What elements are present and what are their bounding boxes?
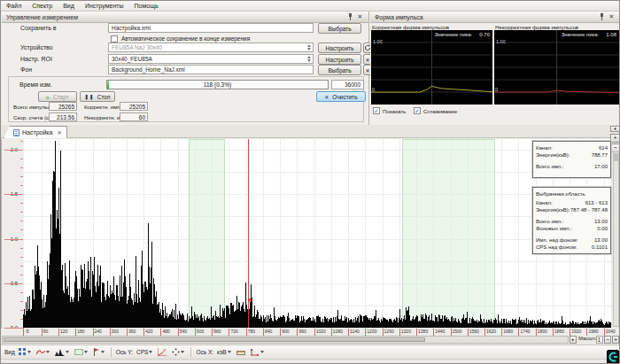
x-units-value: кэВ bbox=[217, 349, 227, 355]
x-calibration-button[interactable] bbox=[235, 347, 247, 358]
menu-item-tools[interactable]: Инструменты bbox=[80, 3, 129, 9]
x-tick-label: 180 bbox=[75, 329, 84, 336]
background-label: Фон bbox=[20, 66, 32, 73]
grid-icon bbox=[19, 348, 27, 356]
x-tick-label: -5 bbox=[23, 329, 28, 336]
incorrect-pulses-value: 60 bbox=[120, 112, 148, 121]
zoom-in-button[interactable]: + bbox=[610, 134, 620, 143]
peak-label: Значение пика: bbox=[562, 32, 600, 37]
menu-item-spectrum[interactable]: Спектр bbox=[27, 3, 58, 9]
y-units-value: CPS bbox=[136, 349, 148, 355]
peak-value: 1.08 bbox=[606, 32, 616, 37]
x-axis: -560120180240300360420480540600660720780… bbox=[1, 329, 620, 336]
progress-text: 118 (0.3%) bbox=[107, 81, 328, 89]
horizontal-scroll-thumb[interactable] bbox=[4, 337, 425, 342]
play-icon: ▶ bbox=[46, 94, 50, 100]
x-tick-label: 600 bbox=[195, 329, 204, 336]
axis-x-label: Ось X: bbox=[196, 349, 213, 355]
energy-axis-icon bbox=[251, 348, 260, 356]
chevron-down-icon bbox=[46, 351, 50, 353]
x-tick-label: 1440 bbox=[433, 329, 445, 336]
lin-scale-icon bbox=[158, 348, 167, 356]
cursor-info-box: Канал:614 Энергия(кэВ):788.77 Всего имп.… bbox=[532, 141, 611, 178]
scale-minus-button[interactable]: − bbox=[604, 336, 611, 344]
menu-item-help[interactable]: Помощь bbox=[129, 3, 164, 9]
autosave-label: Автоматическое сохранение в конце измере… bbox=[121, 35, 250, 42]
roi-combo[interactable]: 30x40_FEU85A bbox=[108, 54, 314, 64]
time-progress-bar: 118 (0.3%) bbox=[106, 80, 329, 89]
x-tick-label: 540 bbox=[178, 329, 187, 336]
x-tick-label: 480 bbox=[160, 329, 169, 336]
view-peaks-button[interactable] bbox=[53, 347, 71, 358]
fit-arrows-icon bbox=[172, 348, 180, 356]
clear-button[interactable]: ✕Очистить bbox=[316, 91, 366, 102]
menu-bar: Файл Спектр Вид Инструменты Помощь bbox=[1, 1, 619, 12]
horizontal-scrollbar[interactable] bbox=[2, 336, 569, 344]
background-choose-button[interactable]: Выбрать bbox=[318, 65, 361, 75]
tray-keyboard-icon[interactable] bbox=[607, 350, 619, 364]
pin-icon[interactable] bbox=[598, 13, 606, 21]
y-scale-lin-button[interactable] bbox=[156, 347, 168, 358]
background-input[interactable]: Background_Home_NaJ.xml bbox=[108, 65, 314, 74]
scale-plus-button[interactable]: + bbox=[612, 336, 619, 344]
x-tick-label: 840 bbox=[263, 329, 272, 336]
peak-label: Значение пика: bbox=[435, 32, 473, 37]
device-configure-button[interactable]: Настроить bbox=[318, 43, 361, 53]
roi-icon bbox=[74, 348, 83, 356]
x-tick-label: 720 bbox=[229, 329, 237, 336]
vertical-scrollbar[interactable] bbox=[613, 151, 619, 327]
smoothing-checkbox[interactable]: ✓ bbox=[414, 107, 421, 114]
tab-label: Настройка bbox=[22, 129, 52, 136]
x-tick-label: 60 bbox=[42, 329, 49, 336]
chevron-down-icon bbox=[181, 351, 184, 353]
time-label: Время изм. bbox=[19, 81, 52, 88]
x-tick-label: 120 bbox=[58, 329, 67, 336]
roi-configure-button[interactable]: Настроить bbox=[318, 54, 361, 65]
x-tick-label: 780 bbox=[246, 329, 255, 336]
y-units-button[interactable]: CPS bbox=[135, 347, 154, 358]
tab-settings[interactable]: Настройка ✕ bbox=[4, 126, 67, 138]
x-tick-label: 1980 bbox=[586, 329, 598, 336]
save-to-choose-button[interactable]: Выбрать bbox=[318, 23, 361, 34]
x-energy-button[interactable] bbox=[249, 347, 266, 358]
autosave-checkbox[interactable] bbox=[111, 35, 118, 43]
menu-item-view[interactable]: Вид bbox=[58, 3, 80, 9]
x-units-button[interactable]: кэВ bbox=[215, 347, 233, 358]
view-roi-button[interactable] bbox=[73, 347, 89, 358]
spectrum-plot[interactable] bbox=[23, 139, 611, 328]
x-tick-label: 1140 bbox=[348, 329, 360, 336]
save-to-input[interactable]: Настройка.xml bbox=[108, 23, 314, 33]
total-pulses-value: 25265 bbox=[49, 102, 77, 111]
x-tick-label: 300 bbox=[110, 329, 119, 336]
x-tick-label: 1920 bbox=[570, 329, 581, 336]
axis-y-label: Ось Y: bbox=[116, 349, 133, 355]
view-histogram-button[interactable] bbox=[17, 347, 33, 358]
close-icon[interactable]: ✕ bbox=[608, 13, 616, 21]
x-tick-label: 1200 bbox=[365, 329, 376, 336]
spinner-icon[interactable] bbox=[306, 44, 312, 50]
tab-close-icon[interactable]: ✕ bbox=[57, 129, 61, 136]
document-icon bbox=[13, 129, 19, 136]
start-button[interactable]: ▶Старт bbox=[38, 91, 77, 102]
spinner-icon[interactable] bbox=[306, 56, 312, 62]
pin-icon[interactable] bbox=[346, 13, 354, 21]
view-marker-button[interactable] bbox=[91, 347, 106, 358]
scroll-right-button[interactable]: ▸ bbox=[570, 336, 577, 344]
measurement-groupbox: Время изм. 118 (0.3%) 36000 ▶Старт ❚❚Сто… bbox=[8, 76, 364, 122]
y-autofit-button[interactable] bbox=[170, 347, 186, 358]
chevron-down-icon bbox=[27, 351, 31, 353]
close-icon[interactable]: ✕ bbox=[356, 13, 364, 21]
device-combo[interactable]: FEU85A NaJ 30x40 bbox=[108, 43, 314, 52]
time-limit-input[interactable]: 36000 bbox=[331, 80, 364, 89]
pulse-correct-title: Корректная форма импульсов bbox=[372, 24, 449, 30]
chevron-down-icon bbox=[101, 351, 105, 353]
vertical-scroll-thumb[interactable] bbox=[614, 153, 618, 161]
stop-button[interactable]: ❚❚Стоп bbox=[80, 91, 115, 102]
clear-x-icon: ✕ bbox=[324, 94, 329, 100]
view-curve-button[interactable] bbox=[35, 347, 51, 358]
tab-overflow-button[interactable]: ▾ bbox=[610, 126, 620, 132]
pause-icon: ❚❚ bbox=[85, 94, 95, 99]
show-checkbox[interactable]: ✓ bbox=[373, 107, 380, 114]
menu-item-file[interactable]: Файл bbox=[1, 3, 27, 9]
measurement-panel-title: Управление измерением bbox=[6, 14, 78, 20]
